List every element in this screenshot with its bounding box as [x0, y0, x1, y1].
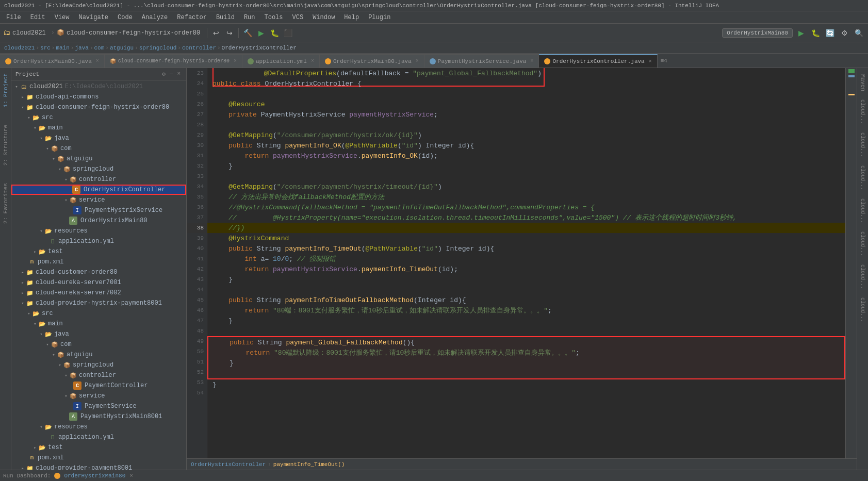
- tree-consumer-feign[interactable]: ▾ 📁 cloud-consumer-feign-hystrix-order80: [11, 102, 186, 112]
- tree-main-1[interactable]: ▾ 📂 main: [11, 123, 186, 133]
- tree-src-1[interactable]: ▾ 📂 src: [11, 112, 186, 123]
- maven-tab[interactable]: Maven: [859, 70, 867, 95]
- tree-src-2[interactable]: ▾ 📂 src: [11, 308, 186, 319]
- tree-orderhystrix-controller[interactable]: C OrderHystrixController: [11, 185, 186, 195]
- cloud-tab-5[interactable]: cloud...: [859, 227, 866, 260]
- tree-provider-payment8001[interactable]: ▸ 📁 cloud-provider-payment8001: [11, 463, 186, 470]
- tree-eureka7002[interactable]: ▸ 📁 cloud-eureka-server7002: [11, 288, 186, 298]
- tree-customer-order80[interactable]: ▸ 📁 cloud-customer-order80: [11, 267, 186, 277]
- tree-controller-1[interactable]: ▾ 📦 controller: [11, 174, 186, 185]
- tab-close-2[interactable]: ×: [416, 58, 419, 64]
- build-button[interactable]: 🔨: [241, 27, 254, 39]
- tree-controller-2[interactable]: ▾ 📦 controller: [11, 370, 186, 380]
- run-config-run[interactable]: ▶: [795, 27, 807, 39]
- menu-refactor[interactable]: Refactor: [173, 13, 211, 22]
- menu-code[interactable]: Code: [113, 13, 137, 22]
- menu-run[interactable]: Run: [240, 13, 259, 22]
- tree-appyml-2[interactable]: 🗒 application.yml: [11, 432, 186, 442]
- menu-window[interactable]: Window: [308, 13, 339, 22]
- tree-springcloud-1[interactable]: ▾ 📦 springcloud: [11, 164, 186, 174]
- tab-overflow[interactable]: ≡4: [659, 58, 669, 64]
- run-close-btn[interactable]: ×: [129, 473, 133, 479]
- menu-file[interactable]: File: [2, 13, 25, 22]
- menu-tools[interactable]: Tools: [260, 13, 287, 22]
- tree-java-1[interactable]: ▾ 📂 java: [11, 133, 186, 143]
- tree-resources-1[interactable]: ▾ 📂 resources: [11, 226, 186, 236]
- favorites-panel-tab[interactable]: 2: Favorites: [2, 180, 10, 227]
- tab-close-controller[interactable]: ×: [649, 59, 652, 64]
- tab-module[interactable]: 📦 cloud-consumer-feign-hystrix-order80 ×: [105, 54, 242, 68]
- menu-build[interactable]: Build: [212, 13, 239, 22]
- tree-pom-2[interactable]: m pom.xml: [11, 453, 186, 463]
- settings-button[interactable]: ⚙: [838, 27, 850, 39]
- breadcrumb-com[interactable]: com: [94, 45, 104, 51]
- breadcrumb-controller-class[interactable]: OrderHystrixController: [222, 45, 297, 51]
- structure-panel-tab[interactable]: 2: Structure: [2, 122, 10, 169]
- redo-button[interactable]: ↪: [223, 27, 236, 39]
- menu-vcs[interactable]: VCS: [288, 13, 308, 22]
- tab-applicationyml[interactable]: application.yml ×: [242, 54, 320, 68]
- cloud-tab-7[interactable]: cloud...: [859, 293, 866, 326]
- sync-button[interactable]: 🔄: [824, 27, 836, 39]
- cloud-tab-6[interactable]: cloud...: [859, 260, 866, 293]
- tree-springcloud-2[interactable]: ▾ 📦 springcloud: [11, 360, 186, 370]
- tree-api-commons[interactable]: ▸ 📁 cloud-api-commons: [11, 92, 186, 102]
- cloud-tab-4[interactable]: cloud...: [859, 194, 866, 227]
- tree-service-2[interactable]: ▾ 📦 service: [11, 391, 186, 401]
- menu-view[interactable]: View: [51, 13, 74, 22]
- undo-button[interactable]: ↩: [210, 27, 222, 39]
- run-button[interactable]: ▶: [255, 27, 267, 39]
- tree-main-2[interactable]: ▾ 📂 main: [11, 319, 186, 329]
- tree-resources-2[interactable]: ▾ 📂 resources: [11, 422, 186, 432]
- breadcrumb-src[interactable]: src: [40, 45, 51, 51]
- tree-orderhystrix-main80[interactable]: A OrderHystrixMain80: [11, 215, 186, 226]
- tree-atguigu-2[interactable]: ▾ 📦 atguigu: [11, 350, 186, 360]
- tree-test-1[interactable]: ▸ 📂 test: [11, 246, 186, 257]
- tree-atguigu-1[interactable]: ▾ 📦 atguigu: [11, 154, 186, 164]
- panel-gear[interactable]: ⚙: [160, 70, 167, 78]
- tree-payment-controller[interactable]: C PaymentController: [11, 380, 186, 391]
- panel-collapse[interactable]: —: [168, 70, 175, 78]
- menu-help[interactable]: Help: [340, 13, 363, 22]
- tree-service-1[interactable]: ▾ 📦 service: [11, 195, 186, 205]
- tab-close-1[interactable]: ×: [96, 58, 99, 64]
- tree-appyml-1[interactable]: 🗒 application.yml: [11, 236, 186, 246]
- tree-java-2[interactable]: ▾ 📂 java: [11, 329, 186, 339]
- tab-close-module[interactable]: ×: [234, 58, 237, 64]
- panel-close[interactable]: ×: [175, 70, 182, 78]
- menu-analyze[interactable]: Analyze: [138, 13, 172, 22]
- breadcrumb-cloud2021[interactable]: cloud2021: [4, 45, 35, 51]
- tab-orderhystrixmain80-2[interactable]: OrderHystrixMain80.java ×: [320, 54, 424, 68]
- tree-pom-1[interactable]: m pom.xml: [11, 257, 186, 267]
- tree-provider-hystrix8001[interactable]: ▾ 📁 cloud-provider-hystrix-payment8001: [11, 298, 186, 308]
- tab-orderhystrixcontroller[interactable]: OrderHystrixController.java ×: [539, 54, 657, 68]
- tree-paymenthystrix-main8001[interactable]: A PaymentHystrixMain8001: [11, 411, 186, 422]
- breadcrumb-controller[interactable]: controller: [182, 45, 216, 51]
- run-config-name[interactable]: OrderHystrixMain80: [64, 473, 125, 479]
- tree-eureka7001[interactable]: ▸ 📁 cloud-eureka-server7001: [11, 277, 186, 288]
- tab-close-service[interactable]: ×: [530, 58, 533, 64]
- project-panel-tab[interactable]: 1: Project: [2, 70, 10, 110]
- tree-cloud2021[interactable]: ▾ 🗂 cloud2021 E:\IdeaCode\cloud2021: [11, 81, 186, 92]
- tree-com-2[interactable]: ▾ 📦 com: [11, 339, 186, 350]
- breadcrumb-java[interactable]: java: [75, 45, 88, 51]
- cloud-tab-3[interactable]: cloud...: [859, 161, 866, 194]
- breadcrumb-atguigu[interactable]: atguigu: [110, 45, 134, 51]
- run-config-label[interactable]: OrderHystrixMain80: [722, 28, 793, 38]
- debug-button[interactable]: 🐛: [268, 27, 281, 39]
- menu-navigate[interactable]: Navigate: [74, 13, 112, 22]
- menu-edit[interactable]: Edit: [26, 13, 50, 22]
- cloud-tab-2[interactable]: cloud...: [859, 128, 866, 161]
- tab-close-yml[interactable]: ×: [311, 58, 314, 64]
- tree-payment-service[interactable]: I PaymentService: [11, 401, 186, 411]
- run-config-debug[interactable]: 🐛: [809, 27, 822, 39]
- breadcrumb-main[interactable]: main: [56, 45, 69, 51]
- tab-orderhystrixmain80-1[interactable]: OrderHystrixMain80.java ×: [0, 54, 105, 68]
- search-everywhere[interactable]: 🔍: [853, 27, 865, 39]
- breadcrumb-springcloud[interactable]: springcloud: [139, 45, 177, 51]
- cloud-tab-1[interactable]: cloud...: [859, 95, 866, 128]
- code-content[interactable]: @DefaultProperties(defaultFallback = "pa…: [207, 68, 845, 458]
- tree-com-1[interactable]: ▾ 📦 com: [11, 143, 186, 154]
- tree-payment-hystrix-service[interactable]: I PaymentHystrixService: [11, 205, 186, 215]
- tab-paymenthystrixservice[interactable]: PaymentHystrixService.java ×: [424, 54, 539, 68]
